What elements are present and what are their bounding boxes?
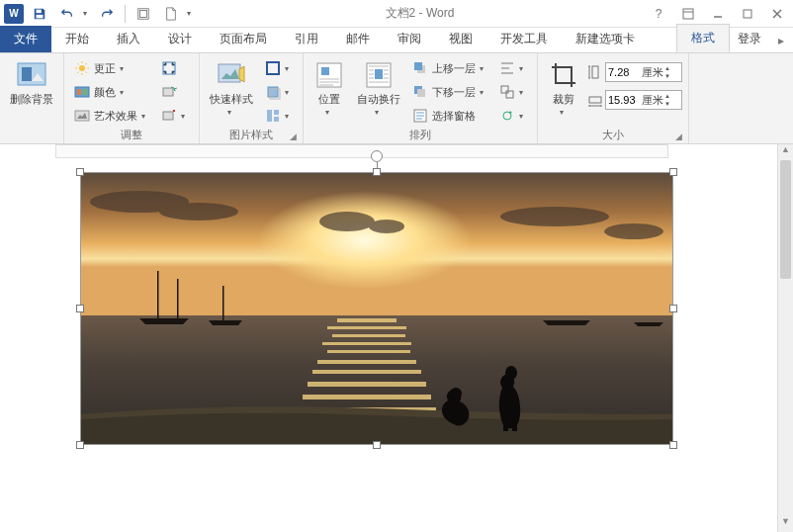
tab-file[interactable]: 文件 xyxy=(0,26,51,52)
resize-handle-tr[interactable] xyxy=(669,168,677,176)
reset-pic-button[interactable]: ▾ xyxy=(157,105,193,127)
new-doc-button[interactable] xyxy=(159,2,183,26)
login-link[interactable]: 登录 xyxy=(730,26,769,52)
color-button[interactable]: 颜色▾ xyxy=(70,81,153,103)
remove-background-button[interactable]: 删除背景 xyxy=(6,57,57,108)
resize-handle-l[interactable] xyxy=(76,305,84,312)
rotate-handle[interactable] xyxy=(371,150,383,162)
undo-dropdown[interactable]: ▾ xyxy=(83,9,91,18)
rotate-icon xyxy=(499,108,515,124)
align-icon xyxy=(499,60,515,76)
resize-handle-tl[interactable] xyxy=(76,168,84,176)
svg-rect-3 xyxy=(140,10,147,17)
tab-home[interactable]: 开始 xyxy=(51,26,103,52)
resize-handle-bl[interactable] xyxy=(76,441,84,449)
svg-rect-10 xyxy=(77,89,81,95)
minimize-button[interactable] xyxy=(704,2,732,26)
qat-custom1[interactable] xyxy=(132,2,155,26)
tab-design[interactable]: 设计 xyxy=(154,26,206,52)
height-input-row: 厘米 ▲▼ xyxy=(587,61,682,83)
corrections-button[interactable]: 更正▾ xyxy=(70,57,153,79)
tab-format[interactable]: 格式 xyxy=(676,24,730,52)
tab-layout[interactable]: 页面布局 xyxy=(206,26,281,52)
rotate-button[interactable]: ▾ xyxy=(495,105,531,127)
send-backward-button[interactable]: 下移一层▾ xyxy=(408,81,491,103)
redo-button[interactable] xyxy=(95,2,119,26)
tab-insert[interactable]: 插入 xyxy=(103,26,154,52)
resize-handle-r[interactable] xyxy=(669,305,677,312)
selected-image[interactable] xyxy=(80,172,673,445)
quick-styles-icon xyxy=(216,59,247,91)
tab-custom[interactable]: 新建选项卡 xyxy=(562,26,649,52)
resize-handle-b[interactable] xyxy=(373,441,381,449)
change-pic-button[interactable] xyxy=(157,81,193,103)
tab-review[interactable]: 审阅 xyxy=(384,26,435,52)
group-remove-bg xyxy=(6,128,57,143)
scroll-thumb[interactable] xyxy=(780,160,791,279)
selection-pane-button[interactable]: 选择窗格 xyxy=(408,105,491,127)
svg-rect-34 xyxy=(592,66,598,78)
resize-handle-br[interactable] xyxy=(669,441,677,449)
compress-pic-button[interactable] xyxy=(157,57,193,79)
help-button[interactable]: ? xyxy=(645,2,672,26)
quick-styles-button[interactable]: 快速样式 ▾ xyxy=(206,57,257,119)
bring-forward-button[interactable]: 上移一层▾ xyxy=(408,57,491,79)
resize-handle-t[interactable] xyxy=(373,168,381,176)
pic-border-button[interactable]: ▾ xyxy=(261,57,297,79)
height-input[interactable] xyxy=(608,66,640,78)
change-pic-icon xyxy=(161,84,177,100)
pic-layout-button[interactable]: ▾ xyxy=(261,105,297,127)
svg-rect-15 xyxy=(163,112,173,120)
ribbon-display-button[interactable] xyxy=(674,2,702,26)
crop-button[interactable]: 裁剪▾ xyxy=(544,57,583,119)
reset-icon xyxy=(161,108,177,124)
size-dialog-launcher[interactable]: ◢ xyxy=(672,132,684,143)
artistic-icon xyxy=(74,108,90,124)
close-button[interactable] xyxy=(763,2,791,26)
position-label: 位置 xyxy=(318,93,340,106)
svg-rect-22 xyxy=(274,117,279,122)
styles-dialog-launcher[interactable]: ◢ xyxy=(287,132,299,143)
scroll-down[interactable]: ▼ xyxy=(778,516,793,532)
tab-developer[interactable]: 开发工具 xyxy=(486,26,562,52)
qat-customize-dropdown[interactable]: ▾ xyxy=(187,9,195,18)
scroll-up[interactable]: ▲ xyxy=(778,144,793,160)
svg-rect-11 xyxy=(83,89,87,95)
width-unit: 厘米 xyxy=(642,93,663,108)
send-backward-icon xyxy=(412,84,428,100)
bring-forward-label: 上移一层 xyxy=(432,61,476,76)
tab-mailings[interactable]: 邮件 xyxy=(332,26,384,52)
svg-rect-30 xyxy=(417,89,425,97)
tab-view[interactable]: 视图 xyxy=(435,26,486,52)
height-spinner[interactable]: ▲▼ xyxy=(664,64,670,80)
artistic-button[interactable]: 艺术效果▾ xyxy=(70,105,153,127)
maximize-button[interactable] xyxy=(734,2,761,26)
document-area[interactable]: ▲ ▼ xyxy=(0,144,793,532)
wrap-text-button[interactable]: 自动换行▾ xyxy=(353,57,404,119)
group-button[interactable]: ▾ xyxy=(495,81,531,103)
align-button[interactable]: ▾ xyxy=(495,57,531,79)
ribbon-overflow[interactable]: ▸ xyxy=(769,29,793,52)
ribbon: 删除背景 更正▾ 颜色▾ 艺术效果▾ xyxy=(0,53,793,144)
tab-references[interactable]: 引用 xyxy=(281,26,332,52)
quick-styles-label: 快速样式 xyxy=(210,93,253,106)
window-title: 文档2 - Word xyxy=(195,5,645,22)
width-input[interactable] xyxy=(608,94,640,106)
ruler[interactable] xyxy=(55,144,668,158)
width-spinner[interactable]: ▲▼ xyxy=(664,92,670,108)
corrections-label: 更正 xyxy=(94,61,116,76)
word-app-icon[interactable]: W xyxy=(4,4,24,24)
artistic-label: 艺术效果 xyxy=(94,109,137,124)
position-button[interactable]: 位置▾ xyxy=(309,57,349,119)
wrap-icon xyxy=(363,59,395,91)
crop-label: 裁剪 xyxy=(553,93,574,106)
brightness-icon xyxy=(74,60,90,76)
save-button[interactable] xyxy=(28,2,51,26)
send-backward-label: 下移一层 xyxy=(432,85,476,100)
pic-effects-button[interactable]: ▾ xyxy=(261,81,297,103)
vertical-scrollbar[interactable]: ▲ ▼ xyxy=(777,144,793,532)
undo-button[interactable] xyxy=(55,2,79,26)
svg-rect-0 xyxy=(37,9,42,13)
group-styles-label: 图片样式 xyxy=(229,129,273,140)
svg-rect-7 xyxy=(22,67,32,81)
